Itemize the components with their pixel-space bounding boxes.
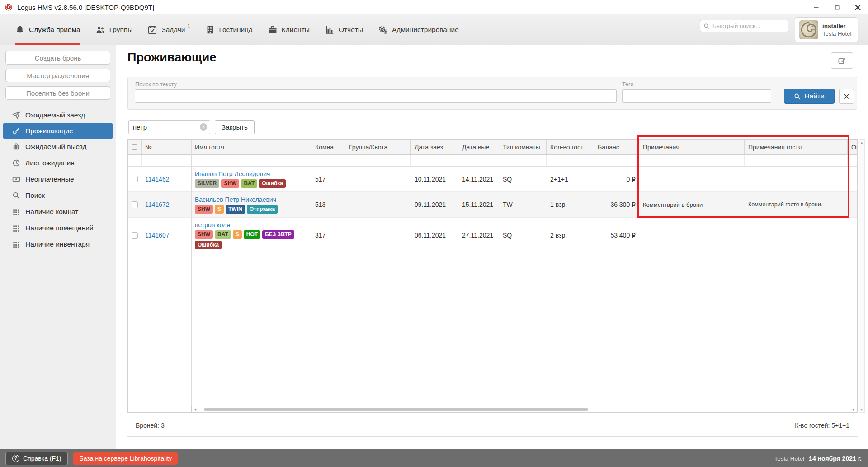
column-header-departure[interactable]: Дата вые...	[458, 140, 499, 154]
cell-group	[345, 167, 411, 191]
clear-search-button[interactable]	[839, 89, 854, 104]
sidebar-item-room-availability[interactable]: Наличие комнат	[0, 204, 116, 220]
checkin-without-booking-button[interactable]: Поселить без брони	[5, 86, 110, 100]
cell-balance: 53 400 ₽	[594, 218, 639, 253]
create-booking-button[interactable]: Создать бронь	[5, 51, 110, 65]
sidebar-item-waiting-list[interactable]: Лист ожидания	[0, 155, 116, 171]
select-all-checkbox[interactable]	[132, 144, 137, 150]
sidebar-item-space-availability[interactable]: Наличие помещений	[0, 220, 116, 236]
scrollbar-corner-gap	[128, 406, 192, 412]
row-checkbox[interactable]	[132, 176, 138, 182]
sidebar-item-inventory-availability[interactable]: Наличие инвентаря	[0, 236, 116, 252]
close-button[interactable]	[847, 0, 868, 14]
grid-icon	[12, 224, 20, 232]
column-header-room[interactable]: Комна...	[311, 140, 345, 154]
scroll-left-arrow[interactable]: ◂	[192, 406, 199, 412]
nav-item-tasks[interactable]: Задачи 1	[147, 14, 190, 45]
table-row[interactable]: 1141462 Иванов Петр Леонидович SILVERSHW…	[128, 167, 857, 192]
banknote-icon	[12, 175, 20, 183]
column-header-guest-count[interactable]: Кол-во гост...	[547, 140, 594, 154]
cell-notes	[639, 218, 745, 253]
sidebar: Создать бронь Мастер разделения Поселить…	[0, 45, 116, 449]
table-row[interactable]: 1141672 Васильев Петр Николаевич SHWSTWI…	[128, 192, 857, 218]
sidebar-item-expected-departure[interactable]: Ожидаемый выезд	[0, 139, 116, 155]
column-header-select[interactable]	[128, 140, 142, 154]
cell-room: 317	[311, 218, 345, 253]
table-filter-input[interactable]	[128, 120, 210, 134]
logus-hms-window: Logus HMS v2.8.56.0 [DESKTOP-Q9BDQ9T] Сл…	[0, 0, 868, 467]
nav-item-label: Клиенты	[282, 26, 310, 34]
column-header-notes[interactable]: Примечания	[639, 140, 745, 154]
vertical-scrollbar[interactable]: ▴ ▾	[859, 139, 865, 413]
scroll-up-arrow[interactable]: ▴	[861, 140, 863, 145]
sidebar-item-expected-arrival[interactable]: Ожидаемый заезд	[0, 107, 116, 123]
clock-icon	[12, 159, 20, 167]
edit-view-button[interactable]	[831, 52, 853, 69]
scroll-right-arrow[interactable]: ▸	[850, 406, 857, 412]
table-row[interactable]: 1141607 петров коля SHWBATSHOTБЕЗ ЗВТРОш…	[128, 218, 857, 253]
suitcase-icon	[12, 143, 20, 151]
guest-tag: SHW	[221, 179, 239, 188]
cell-group	[345, 192, 411, 217]
search-panel: Поиск по тексту Теги Найти	[127, 77, 857, 110]
guest-tags: SHWSTWINОтправка	[195, 205, 278, 214]
row-checkbox[interactable]	[132, 201, 138, 208]
column-header-group[interactable]: Группа/Квота	[345, 140, 411, 154]
guest-name-link[interactable]: Васильев Петр Николаевич	[195, 196, 276, 203]
nav-item-front-office[interactable]: Служба приёма	[15, 14, 80, 45]
column-header-balance[interactable]: Баланс	[594, 140, 639, 154]
maximize-button[interactable]	[826, 0, 847, 14]
nav-item-administration[interactable]: Администрирование	[378, 14, 459, 45]
column-header-guest-name[interactable]: Имя гостя	[191, 140, 311, 154]
split-wizard-button[interactable]: Мастер разделения	[5, 69, 110, 82]
bar-chart-icon	[325, 25, 335, 35]
tags-input[interactable]	[622, 89, 771, 103]
booking-number-link[interactable]: 1141607	[145, 232, 169, 239]
sidebar-item-search[interactable]: Поиск	[0, 187, 116, 204]
sidebar-item-unpaid[interactable]: Неоплаченные	[0, 171, 116, 187]
cell-arrival: 09.11.2021	[411, 192, 458, 217]
guest-tag: S	[215, 205, 224, 214]
guest-tag: TWIN	[226, 205, 245, 214]
guest-name-link[interactable]: петров коля	[195, 221, 230, 229]
sidebar-item-label: Наличие инвентаря	[25, 240, 90, 248]
search-icon	[703, 23, 710, 29]
help-button[interactable]: ? Справка (F1)	[5, 452, 68, 465]
nav-item-groups[interactable]: Группы	[95, 14, 133, 45]
clear-filter-icon[interactable]: ×	[200, 123, 207, 131]
text-search-input[interactable]	[135, 89, 617, 103]
scroll-down-arrow[interactable]: ▾	[861, 407, 863, 411]
quick-search-input[interactable]	[712, 23, 785, 29]
row-checkbox[interactable]	[132, 232, 138, 239]
booking-number-link[interactable]: 1141462	[145, 176, 169, 183]
user-info: installer Tesla Hotel	[822, 23, 851, 37]
scrollbar-thumb[interactable]	[204, 408, 588, 411]
column-header-number[interactable]: №	[142, 140, 191, 154]
close-filter-button[interactable]: Закрыть	[215, 120, 255, 134]
nav-item-reports[interactable]: Отчёты	[325, 14, 363, 45]
cell-guest-notes: Комментарий гостя в брони.	[745, 192, 848, 217]
column-header-arrival[interactable]: Дата заез...	[411, 140, 458, 154]
frozen-column-divider	[191, 140, 192, 406]
sidebar-item-in-house[interactable]: Проживающие	[3, 123, 113, 139]
column-header-last[interactable]: Оп	[848, 140, 857, 154]
user-card[interactable]: installer Tesla Hotel	[795, 17, 858, 42]
guest-name-link[interactable]: Иванов Петр Леонидович	[195, 170, 270, 177]
database-server-button[interactable]: База на сервере Librahospitality	[73, 452, 178, 465]
cell-room-type: TW	[499, 192, 547, 217]
horizontal-scrollbar: ◂ ▸	[128, 406, 857, 412]
scrollbar-track[interactable]	[199, 406, 850, 412]
find-button[interactable]: Найти	[784, 89, 835, 104]
column-header-guest-notes[interactable]: Примечания гостя	[745, 140, 848, 154]
group-icon	[95, 25, 105, 35]
cell-room: 517	[311, 167, 345, 191]
guest-tag: BAT	[241, 179, 257, 188]
nav-item-hotel[interactable]: Гостиница	[205, 14, 253, 45]
cell-departure: 14.11.2021	[458, 167, 499, 191]
minimize-button[interactable]	[806, 0, 826, 14]
sidebar-item-label: Ожидаемый заезд	[25, 111, 85, 119]
booking-number-link[interactable]: 1141672	[145, 201, 169, 208]
nav-item-clients[interactable]: Клиенты	[268, 14, 310, 45]
sidebar-item-label: Ожидаемый выезд	[25, 143, 87, 151]
column-header-room-type[interactable]: Тип комнаты	[499, 140, 547, 154]
